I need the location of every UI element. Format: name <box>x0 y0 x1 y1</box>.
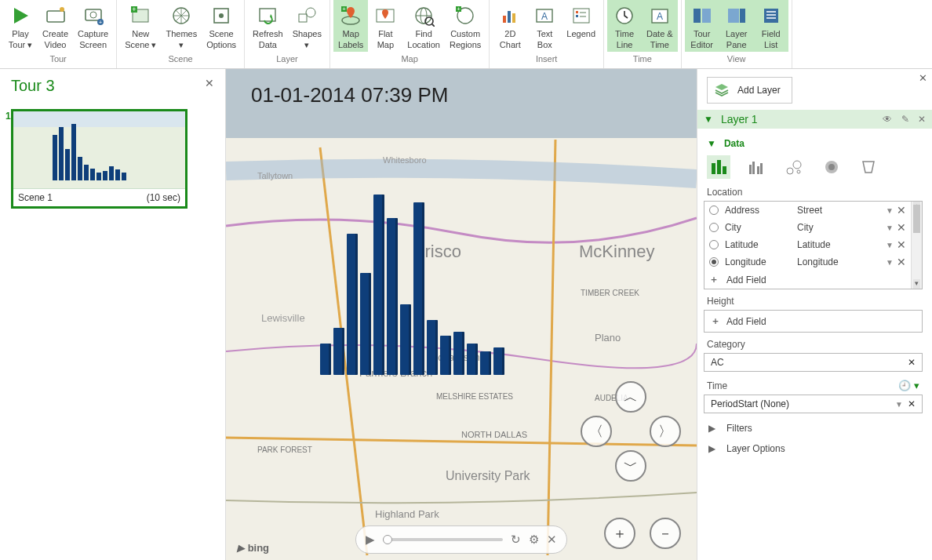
find-location-button[interactable]: FindLocation <box>402 0 445 52</box>
layer-pane: ✕ Add Layer ▼ Layer 1 👁 ✎ ✕ ▼Data <box>697 69 932 560</box>
legend-button[interactable]: Legend <box>562 0 600 52</box>
viz-stacked-column[interactable] <box>707 155 730 179</box>
loop-button[interactable]: ↻ <box>511 533 521 547</box>
location-type-dropdown-icon[interactable]: ▼ <box>886 206 894 215</box>
location-field-type: Latitude <box>797 239 886 250</box>
viz-bubble[interactable] <box>782 155 806 179</box>
new-scene-icon: + <box>128 3 153 28</box>
location-type-dropdown-icon[interactable]: ▼ <box>886 258 894 267</box>
rotate-right-button[interactable]: 〉 <box>650 416 681 447</box>
create-video-button[interactable]: CreateVideo <box>38 0 73 52</box>
height-add-field[interactable]: ＋Add Field <box>704 310 923 333</box>
refresh-data-icon <box>255 3 280 28</box>
visualization-types <box>707 155 923 179</box>
tilt-up-button[interactable]: ︿ <box>615 381 646 413</box>
location-radio[interactable] <box>709 257 719 267</box>
svg-rect-37 <box>702 9 711 23</box>
layer-rename-icon[interactable]: ✎ <box>901 114 909 125</box>
svg-rect-44 <box>749 165 752 174</box>
location-remove-icon[interactable]: ✕ <box>897 221 906 234</box>
time-field[interactable]: PeriodStart (None) ▼ ✕ <box>704 395 923 413</box>
layer-delete-icon[interactable]: ✕ <box>918 114 926 125</box>
close-playbar-button[interactable]: ✕ <box>547 533 557 547</box>
viz-clustered-column[interactable] <box>745 155 768 179</box>
layer-name: Layer 1 <box>721 113 876 125</box>
svg-point-1 <box>60 7 64 12</box>
viz-region[interactable] <box>857 155 881 179</box>
scene-options-button[interactable]: SceneOptions <box>202 0 241 52</box>
bing-attribution: ▶ bing <box>237 542 269 554</box>
map-labels-button[interactable]: +MapLabels <box>333 0 368 52</box>
text-box-button[interactable]: ATextBox <box>527 0 562 52</box>
flat-map-button[interactable]: FlatMap <box>368 0 402 52</box>
settings-button[interactable]: ⚙ <box>529 533 539 547</box>
svg-rect-13 <box>299 14 307 22</box>
new-scene-button[interactable]: +NewScene ▾ <box>120 0 161 52</box>
layer-visibility-icon[interactable]: 👁 <box>883 114 892 125</box>
location-radio[interactable] <box>709 205 719 215</box>
custom-regions-button[interactable]: +CustomRegions <box>445 0 486 52</box>
svg-rect-39 <box>740 9 745 23</box>
location-field-row[interactable]: CityCity▼✕ <box>704 219 911 236</box>
themes-button[interactable]: Themes▾ <box>161 0 202 52</box>
add-layer-button[interactable]: Add Layer <box>707 77 792 104</box>
data-section-header[interactable]: ▼Data <box>707 138 923 149</box>
filters-section[interactable]: ▶Filters <box>708 423 923 434</box>
location-radio[interactable] <box>709 240 719 249</box>
svg-rect-36 <box>694 9 701 23</box>
svg-point-14 <box>306 8 315 17</box>
2d-chart-button[interactable]: 2DChart <box>493 0 527 52</box>
svg-point-52 <box>828 164 835 170</box>
time-options-icon[interactable]: 🕘 ▾ <box>898 380 919 391</box>
ribbon-group-label: View <box>727 52 746 65</box>
location-field-row[interactable]: AddressStreet▼✕ <box>704 202 911 219</box>
refresh-data-button[interactable]: RefreshData <box>248 0 288 52</box>
close-tour-pane-icon[interactable]: ✕ <box>205 77 214 89</box>
location-type-dropdown-icon[interactable]: ▼ <box>886 241 894 249</box>
location-scrollbar[interactable]: ▴ ▾ <box>911 202 922 289</box>
map-canvas[interactable]: 01-01-2014 07:39 PM Frisco McKinney Plan… <box>226 69 697 560</box>
field-list-icon <box>759 3 784 28</box>
svg-rect-26 <box>508 11 511 23</box>
map-labels-icon: + <box>338 3 363 28</box>
location-field-type: City <box>797 222 886 233</box>
capture-screen-button[interactable]: +CaptureScreen <box>73 0 113 52</box>
location-field-row[interactable]: LatitudeLatitude▼✕ <box>704 236 911 253</box>
svg-point-49 <box>793 161 801 169</box>
tilt-down-button[interactable]: ﹀ <box>615 450 646 482</box>
category-label: Category <box>707 339 923 350</box>
shapes-button[interactable]: Shapes▾ <box>288 0 326 52</box>
location-remove-icon[interactable]: ✕ <box>897 238 906 251</box>
time-slider[interactable] <box>383 538 503 541</box>
svg-rect-40 <box>764 9 778 23</box>
create-video-icon <box>43 3 68 28</box>
close-layer-pane-icon[interactable]: ✕ <box>919 72 927 84</box>
location-radio[interactable] <box>709 223 719 232</box>
zoom-out-button[interactable]: － <box>650 518 681 549</box>
rotate-left-button[interactable]: 〈 <box>581 416 612 447</box>
location-remove-icon[interactable]: ✕ <box>897 256 906 268</box>
collapse-layer-icon[interactable]: ▼ <box>704 114 713 125</box>
tour-editor-button[interactable]: TourEditor <box>685 0 719 52</box>
zoom-in-button[interactable]: ＋ <box>604 518 635 549</box>
location-add-field[interactable]: ＋Add Field <box>704 271 911 289</box>
flat-map-icon <box>373 3 398 28</box>
field-list-button[interactable]: FieldList <box>754 0 788 52</box>
time-line-button[interactable]: TimeLine <box>607 0 642 52</box>
viz-heatmap[interactable] <box>820 155 843 179</box>
location-type-dropdown-icon[interactable]: ▼ <box>886 224 894 232</box>
time-remove-icon[interactable]: ✕ <box>908 398 916 409</box>
layer-options-section[interactable]: ▶Layer Options <box>708 443 923 454</box>
play-button[interactable]: ▶ <box>366 533 375 547</box>
location-remove-icon[interactable]: ✕ <box>897 204 906 216</box>
layer-pane-button[interactable]: LayerPane <box>719 0 754 52</box>
location-field-row[interactable]: LongitudeLongitude▼✕ <box>704 253 911 271</box>
date-time-button[interactable]: ADate &Time <box>642 0 678 52</box>
category-remove-icon[interactable]: ✕ <box>908 357 916 368</box>
layer-header[interactable]: ▼ Layer 1 👁 ✎ ✕ <box>697 110 932 129</box>
scene-thumbnail[interactable]: 1 Scene 1 (10 sec) <box>11 109 187 209</box>
category-field[interactable]: AC ✕ <box>704 353 923 372</box>
svg-text:A: A <box>657 11 663 22</box>
play-tour-button[interactable]: PlayTour ▾ <box>3 0 38 52</box>
ribbon-group-label: Layer <box>276 52 298 65</box>
